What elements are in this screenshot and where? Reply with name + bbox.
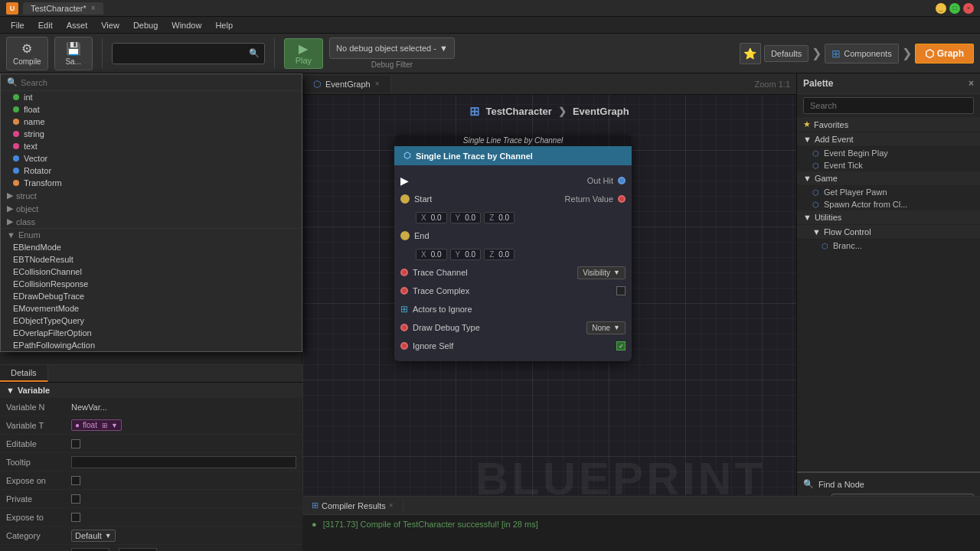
type-search-input[interactable] (21, 78, 296, 87)
draw-debug-row: Draw Debug Type None ▼ (394, 318, 632, 337)
expose-to-checkbox[interactable] (71, 513, 80, 522)
palette-event-tick[interactable]: ⬡ Event Tick (797, 159, 980, 171)
game-label: Game (815, 174, 838, 183)
start-z-box[interactable]: Z 0.0 (484, 212, 514, 223)
class-section[interactable]: ▶ class (1, 215, 302, 228)
graph-nav-button[interactable]: ⬡ Graph (915, 44, 974, 64)
save-button[interactable]: 💾 Sa... (54, 37, 93, 70)
palette-flow-control[interactable]: ▼ Flow Control (797, 225, 980, 240)
minimize-button[interactable]: _ (936, 3, 946, 14)
menu-debug[interactable]: Debug (127, 19, 164, 31)
enum-arrow: ▼ (7, 230, 15, 240)
end-y-box[interactable]: Y 0.0 (450, 249, 482, 260)
debug-object-dropdown[interactable]: No debug object selected - ▼ (329, 37, 455, 59)
category-select[interactable]: Default ▼ (71, 530, 116, 542)
components-nav-button[interactable]: ⊞ Components (825, 44, 898, 64)
type-text[interactable]: text (1, 140, 302, 152)
palette-spawn-actor[interactable]: ⬡ Spawn Actor from Cl... (797, 198, 980, 210)
editable-checkbox[interactable] (71, 439, 80, 448)
object-section[interactable]: ▶ object (1, 202, 302, 215)
start-y-box[interactable]: Y 0.0 (450, 212, 482, 223)
compiler-tab[interactable]: ⊞ Compiler Results × (302, 499, 403, 512)
defaults-nav-button[interactable]: Defaults (764, 45, 808, 62)
title-tab-close[interactable]: × (91, 4, 96, 12)
menu-help[interactable]: Help (209, 19, 239, 31)
palette-add-event[interactable]: ▼ Add Event (797, 132, 980, 147)
type-emovementmode[interactable]: EMovementMode (1, 302, 302, 315)
title-tab[interactable]: TestCharacter* × (23, 2, 103, 15)
palette-game[interactable]: ▼ Game (797, 171, 980, 186)
menu-asset[interactable]: Asset (60, 19, 94, 31)
maximize-button[interactable]: □ (949, 3, 960, 14)
ignore-self-checkbox[interactable]: ✓ (616, 341, 626, 350)
defaults-button[interactable]: ⭐ (740, 43, 761, 64)
compile-label: Compile (13, 57, 41, 66)
node-body: ▶ Out Hit Start Return Value (394, 165, 632, 361)
type-eblendmode[interactable]: EBlendMode (1, 241, 302, 253)
menu-window[interactable]: Window (165, 19, 207, 31)
palette-get-player-pawn[interactable]: ⬡ Get Player Pawn (797, 186, 980, 198)
trace-complex-checkbox[interactable] (616, 286, 626, 295)
type-float-label: float (24, 105, 40, 114)
type-ecollisionchannel[interactable]: ECollisionChannel (1, 266, 302, 278)
draw-debug-dot (400, 324, 408, 331)
type-string[interactable]: string (1, 128, 302, 140)
type-eoverlapfilteroption[interactable]: EOverlapFilterOption (1, 327, 302, 339)
expose-on-checkbox[interactable] (71, 476, 80, 485)
type-name[interactable]: name (1, 116, 302, 128)
compiler-message: ● [3171.73] Compile of TestCharacter suc… (302, 515, 980, 533)
palette-utilities[interactable]: ▼ Utilities (797, 210, 980, 225)
type-ecollisionresponse[interactable]: ECollisionResponse (1, 278, 302, 290)
end-z-box[interactable]: Z 0.0 (484, 249, 514, 260)
play-button[interactable]: ▶ Play (284, 38, 323, 69)
event-graph-tab[interactable]: ⬡ EventGraph × (302, 76, 391, 93)
palette-event-begin-play[interactable]: ⬡ Event Begin Play (797, 147, 980, 159)
tooltip-input[interactable] (71, 456, 296, 468)
draw-debug-arrow: ▼ (613, 324, 620, 331)
menu-edit[interactable]: Edit (32, 19, 59, 31)
toolbar-search-input[interactable] (117, 49, 249, 58)
window-controls: _ □ × (936, 3, 974, 14)
palette-favorites[interactable]: ★ Favorites (797, 117, 980, 132)
trace-node[interactable]: Single Line Trace by Channel ⬡ Single Li… (394, 135, 632, 361)
ebtnoderersult-label: EBTNodeResult (13, 255, 74, 264)
type-rotator-label: Rotator (24, 166, 51, 175)
compile-button[interactable]: ⚙ Compile (6, 37, 48, 70)
type-float[interactable]: float (1, 103, 302, 116)
tooltip-label: Tooltip (6, 458, 71, 467)
private-checkbox[interactable] (71, 494, 80, 504)
menu-view[interactable]: View (95, 19, 126, 31)
toolbar-search[interactable]: 🔍 (112, 43, 265, 64)
type-ebtnoderersult[interactable]: EBTNodeResult (1, 253, 302, 266)
struct-section[interactable]: ▶ struct (1, 189, 302, 202)
palette-close[interactable]: × (969, 78, 974, 89)
slider-min-input[interactable] (71, 548, 109, 552)
save-label: Sa... (65, 57, 81, 66)
menu-file[interactable]: File (5, 19, 31, 31)
type-float-dot (13, 106, 19, 112)
details-tab[interactable]: Details (0, 365, 48, 382)
type-int[interactable]: int (1, 91, 302, 103)
eblendmode-label: EBlendMode (13, 243, 61, 252)
node-path-arrow: ❯ (558, 106, 567, 117)
compiler-tab-close[interactable]: × (389, 501, 394, 510)
event-graph-close[interactable]: × (375, 80, 380, 88)
type-eobjecttypequery[interactable]: EObjectTypeQuery (1, 315, 302, 327)
variable-type-select[interactable]: ● float ⊞ ▼ (71, 419, 122, 431)
start-x-box[interactable]: X 0.0 (416, 212, 447, 223)
type-edebugtrace[interactable]: EDrawDebugTrace (1, 290, 302, 302)
palette-search-input[interactable] (803, 97, 974, 114)
trace-channel-select[interactable]: Visibility ▼ (577, 266, 626, 279)
type-epathfollowingaction[interactable]: EPathFollowingAction (1, 339, 302, 351)
palette-branch[interactable]: ⬡ Branc... (797, 240, 980, 252)
slider-max-input[interactable] (119, 548, 157, 552)
enum-section[interactable]: ▼ Enum (1, 228, 302, 241)
close-button[interactable]: × (963, 3, 974, 14)
type-rotator[interactable]: Rotator (1, 165, 302, 177)
variable-name-row: Variable N NewVar... (0, 398, 302, 416)
graph-area[interactable]: ⬡ EventGraph × Zoom 1:1 ⊞ TestCharacter … (302, 73, 796, 551)
type-transform[interactable]: Transform (1, 177, 302, 189)
type-vector[interactable]: Vector (1, 152, 302, 165)
end-x-box[interactable]: X 0.0 (416, 249, 447, 260)
draw-debug-select[interactable]: None ▼ (586, 321, 626, 334)
